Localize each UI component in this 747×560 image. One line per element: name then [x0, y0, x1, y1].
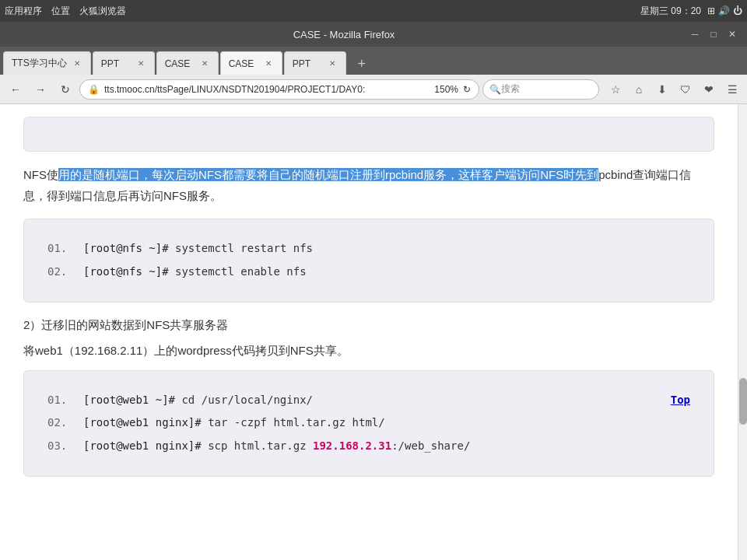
code-line-3: 01. [root@web1 ~]# cd /usr/local/nginx/ …: [47, 391, 690, 410]
tab-ppt2[interactable]: PPT ✕: [284, 51, 346, 75]
volume-icon: 🔊: [718, 5, 730, 16]
browser-window: CASE - Mozilla Firefox ─ □ ✕ TTS学习中心 ✕ P…: [0, 22, 747, 560]
para-pre: NFS使: [23, 168, 58, 181]
back-button[interactable]: ←: [5, 79, 26, 100]
maximize-button[interactable]: □: [705, 26, 722, 43]
tab-case1-label: CASE: [165, 58, 191, 69]
menu-location[interactable]: 位置: [51, 5, 70, 18]
tab-ppt1[interactable]: PPT ✕: [93, 51, 155, 75]
code-line-1: 01. [root@nfs ~]# systemctl restart nfs: [47, 240, 690, 258]
browser-title: CASE - Mozilla Firefox: [6, 29, 682, 40]
code-block-1: 01. [root@nfs ~]# systemctl restart nfs …: [23, 219, 714, 303]
search-icon: 🔍: [489, 84, 501, 95]
forward-button[interactable]: →: [30, 79, 51, 100]
tab-ppt1-close[interactable]: ✕: [135, 58, 146, 68]
address-text: tts.tmooc.cn/ttsPage/LINUX/NSDTN201904/P…: [104, 84, 430, 95]
section2-title: 2）迁移旧的网站数据到NFS共享服务器: [23, 315, 714, 335]
para-highlighted: 用的是随机端口，每次启动NFS都需要将自己的随机端口注册到rpcbind服务，这…: [58, 168, 598, 181]
network-icon: ⊞: [707, 5, 715, 16]
tab-bar: TTS学习中心 ✕ PPT ✕ CASE ✕ CASE ✕ PPT ✕ +: [0, 47, 747, 75]
bookmarks-icon[interactable]: ❤: [699, 79, 719, 100]
top-link[interactable]: Top: [671, 391, 690, 410]
app-menu[interactable]: 应用程序 位置 火狐浏览器: [5, 5, 126, 18]
power-icon[interactable]: ⏻: [733, 5, 742, 16]
section2-desc: 将web1（192.168.2.11）上的wordpress代码拷贝到NFS共享…: [23, 341, 714, 361]
bookmark-star-icon[interactable]: ☆: [605, 79, 626, 100]
menu-browser[interactable]: 火狐浏览器: [79, 5, 126, 18]
reload-button[interactable]: ↻: [54, 79, 76, 100]
shield-icon[interactable]: 🛡: [675, 79, 696, 100]
menu-icon[interactable]: ☰: [722, 79, 742, 100]
download-icon[interactable]: ⬇: [652, 79, 672, 100]
page-content: NFS使用的是随机端口，每次启动NFS都需要将自己的随机端口注册到rpcbind…: [0, 104, 747, 560]
search-box[interactable]: 🔍 搜索: [482, 79, 599, 100]
address-icon: 🔒: [88, 84, 100, 95]
clock: 星期三 09：20 ⊞ 🔊 ⏻: [640, 5, 742, 18]
tab-case1-close[interactable]: ✕: [199, 58, 210, 68]
close-button[interactable]: ✕: [724, 26, 741, 43]
tab-ppt2-close[interactable]: ✕: [327, 58, 338, 68]
tab-ppt2-label: PPT: [293, 58, 310, 69]
code-line-5: 03. [root@web1 nginx]# scp html.tar.gz 1…: [47, 437, 690, 456]
address-bar[interactable]: 🔒 tts.tmooc.cn/ttsPage/LINUX/NSDTN201904…: [79, 79, 479, 100]
menu-app[interactable]: 应用程序: [5, 5, 42, 18]
content-area: NFS使用的是随机端口，每次启动NFS都需要将自己的随机端口注册到rpcbind…: [0, 104, 738, 499]
tab-case1[interactable]: CASE ✕: [156, 51, 219, 75]
paragraph-nfs: NFS使用的是随机端口，每次启动NFS都需要将自己的随机端口注册到rpcbind…: [23, 164, 714, 206]
tab-case2[interactable]: CASE ✕: [220, 51, 282, 75]
page-scroll[interactable]: NFS使用的是随机端口，每次启动NFS都需要将自己的随机端口注册到rpcbind…: [0, 104, 738, 560]
code-line-4: 02. [root@web1 nginx]# tar -czpf html.ta…: [47, 414, 690, 432]
code-block-2: 01. [root@web1 ~]# cd /usr/local/nginx/ …: [23, 370, 714, 477]
scrollbar[interactable]: [738, 104, 747, 560]
tab-tts-label: TTS学习中心: [12, 57, 67, 70]
title-bar: CASE - Mozilla Firefox ─ □ ✕: [0, 22, 747, 47]
minimize-button[interactable]: ─: [686, 26, 703, 43]
tab-tts-close[interactable]: ✕: [72, 58, 82, 68]
zoom-level: 150%: [434, 84, 458, 95]
tab-case2-close[interactable]: ✕: [263, 58, 274, 68]
toolbar: ← → ↻ 🔒 tts.tmooc.cn/ttsPage/LINUX/NSDTN…: [0, 75, 747, 104]
tab-ppt1-label: PPT: [101, 58, 119, 69]
tab-case2-label: CASE: [229, 58, 254, 69]
home-icon[interactable]: ⌂: [629, 79, 649, 100]
taskbar-top: 应用程序 位置 火狐浏览器 星期三 09：20 ⊞ 🔊 ⏻: [0, 0, 747, 22]
search-placeholder: 搜索: [501, 82, 520, 96]
reload-icon[interactable]: ↻: [463, 84, 471, 95]
scrollbar-thumb[interactable]: [739, 378, 747, 425]
tab-tts[interactable]: TTS学习中心 ✕: [3, 51, 91, 75]
code-line-2: 02. [root@nfs ~]# systemctl enable nfs: [47, 263, 690, 282]
new-tab-button[interactable]: +: [351, 53, 373, 75]
